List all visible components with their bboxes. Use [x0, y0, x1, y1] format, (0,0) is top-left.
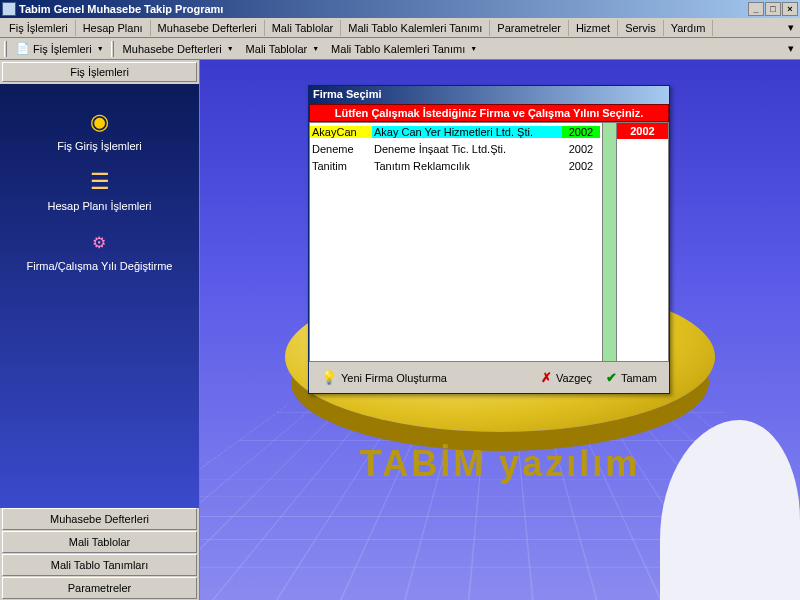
check-icon: ✔	[606, 370, 617, 385]
sidebar-content: ◉ Fiş Giriş İşlemleri ☰ Hesap Planı İşle…	[0, 84, 199, 508]
firm-name: Deneme İnşaat Tic. Ltd.Şti.	[372, 143, 562, 155]
app-icon	[2, 2, 16, 16]
toolbar-label: Muhasebe Defterleri	[123, 43, 222, 55]
toolbar-label: Mali Tablo Kalemleri Tanımı	[331, 43, 465, 55]
firm-list[interactable]: AkayCan Akay Can Yer Hizmetleri Ltd. Şti…	[310, 123, 602, 361]
sidebar-btn-muhasebe-defterleri[interactable]: Muhasebe Defterleri	[2, 508, 197, 530]
sidebar-item-hesap-plani[interactable]: ☰ Hesap Planı İşlemleri	[44, 164, 156, 216]
firm-year: 2002	[562, 143, 600, 155]
menu-mali-tablolar[interactable]: Mali Tablolar	[265, 20, 342, 36]
menu-hizmet[interactable]: Hizmet	[569, 20, 618, 36]
sidebar-item-label: Firma/Çalışma Yılı Değiştirme	[27, 260, 173, 272]
dialog-footer: 💡 Yeni Firma Oluşturma ✗ Vazgeç ✔ Tamam	[309, 362, 669, 393]
sidebar-item-label: Hesap Planı İşlemleri	[48, 200, 152, 212]
sidebar-btn-mali-tablolar[interactable]: Mali Tablolar	[2, 531, 197, 553]
menu-hesap-plani[interactable]: Hesap Planı	[76, 20, 151, 36]
sidebar-item-fis-giris[interactable]: ◉ Fiş Giriş İşlemleri	[53, 104, 145, 156]
firma-secimi-dialog: Firma Seçimi Lütfen Çalışmak İstediğiniz…	[308, 85, 670, 394]
dialog-title[interactable]: Firma Seçimi	[309, 86, 669, 104]
ok-button[interactable]: ✔ Tamam	[602, 368, 661, 387]
menubar: Fiş İşlemleri Hesap Planı Muhasebe Defte…	[0, 18, 800, 38]
firm-code: AkayCan	[310, 126, 372, 138]
chevron-down-icon: ▼	[97, 45, 104, 52]
document-icon: 📄	[16, 42, 30, 56]
toolbar-mali-tablo-kalemleri[interactable]: Mali Tablo Kalemleri Tanımı ▼	[326, 41, 482, 57]
firm-name: Tanıtım Reklamcılık	[372, 160, 562, 172]
toolbar-label: Fiş İşlemleri	[33, 43, 92, 55]
lightbulb-icon: 💡	[321, 370, 337, 385]
year-column: 2002	[616, 123, 668, 361]
toolbar-overflow-icon[interactable]: ▾	[782, 42, 800, 55]
firm-name: Akay Can Yer Hizmetleri Ltd. Şti.	[372, 126, 562, 138]
minimize-button[interactable]: _	[748, 2, 764, 16]
maximize-button[interactable]: □	[765, 2, 781, 16]
brand-text: TABİM yazılım	[360, 443, 640, 485]
dialog-banner: Lütfen Çalışmak İstediğiniz Firma ve Çal…	[309, 104, 669, 122]
sidebar-bottom: Muhasebe Defterleri Mali Tablolar Mali T…	[0, 508, 199, 600]
sidebar-item-label: Fiş Giriş İşlemleri	[57, 140, 141, 152]
button-label: Vazgeç	[556, 372, 592, 384]
firm-year: 2002	[562, 160, 600, 172]
toolbar-grip	[4, 41, 7, 57]
list-gutter	[602, 123, 616, 361]
cancel-button[interactable]: ✗ Vazgeç	[537, 368, 596, 387]
content-area: TABİM yazılım Firma Seçimi Lütfen Çalışm…	[200, 60, 800, 600]
firm-code: Deneme	[310, 143, 372, 155]
firm-year: 2002	[562, 126, 600, 138]
toolbar-fis-islemleri[interactable]: 📄 Fiş İşlemleri ▼	[11, 40, 109, 58]
chevron-down-icon: ▼	[470, 45, 477, 52]
window-titlebar: Tabim Genel Muhasebe Takip Programı _ □ …	[0, 0, 800, 18]
close-button[interactable]: ×	[782, 2, 798, 16]
firm-row[interactable]: AkayCan Akay Can Yer Hizmetleri Ltd. Şti…	[310, 123, 602, 140]
chevron-down-icon: ▼	[227, 45, 234, 52]
firm-row[interactable]: Deneme Deneme İnşaat Tic. Ltd.Şti. 2002	[310, 140, 602, 157]
firm-code: Tanitim	[310, 160, 372, 172]
sidebar-btn-mali-tablo-tanimlari[interactable]: Mali Tablo Tanımları	[2, 554, 197, 576]
menu-mali-tablo-kalemleri[interactable]: Mali Tablo Kalemleri Tanımı	[341, 20, 490, 36]
firm-row[interactable]: Tanitim Tanıtım Reklamcılık 2002	[310, 157, 602, 174]
toolbar: 📄 Fiş İşlemleri ▼ Muhasebe Defterleri ▼ …	[0, 38, 800, 60]
selected-year[interactable]: 2002	[617, 123, 668, 139]
toolbar-grip	[111, 41, 114, 57]
decorative-blob	[660, 420, 800, 600]
menubar-overflow-icon[interactable]: ▾	[782, 21, 800, 34]
menu-fis-islemleri[interactable]: Fiş İşlemleri	[2, 20, 76, 36]
menu-yardim[interactable]: Yardım	[664, 20, 714, 36]
toolbar-muhasebe-defterleri[interactable]: Muhasebe Defterleri ▼	[118, 41, 239, 57]
window-controls: _ □ ×	[748, 2, 798, 16]
menu-servis[interactable]: Servis	[618, 20, 664, 36]
coin-icon: ◉	[86, 108, 114, 136]
list-icon: ☰	[86, 168, 114, 196]
network-icon: ⚙	[85, 228, 113, 256]
toolbar-label: Mali Tablolar	[246, 43, 308, 55]
sidebar-header[interactable]: Fiş İşlemleri	[2, 62, 197, 82]
window-title: Tabim Genel Muhasebe Takip Programı	[19, 3, 748, 15]
toolbar-mali-tablolar[interactable]: Mali Tablolar ▼	[241, 41, 325, 57]
cross-icon: ✗	[541, 370, 552, 385]
sidebar-btn-parametreler[interactable]: Parametreler	[2, 577, 197, 599]
sidebar: Fiş İşlemleri ◉ Fiş Giriş İşlemleri ☰ He…	[0, 60, 200, 600]
chevron-down-icon: ▼	[312, 45, 319, 52]
menu-muhasebe-defterleri[interactable]: Muhasebe Defterleri	[151, 20, 265, 36]
button-label: Yeni Firma Oluşturma	[341, 372, 447, 384]
menu-parametreler[interactable]: Parametreler	[490, 20, 569, 36]
new-firm-button[interactable]: 💡 Yeni Firma Oluşturma	[317, 368, 451, 387]
sidebar-item-firma-degistirme[interactable]: ⚙ Firma/Çalışma Yılı Değiştirme	[23, 224, 177, 276]
button-label: Tamam	[621, 372, 657, 384]
